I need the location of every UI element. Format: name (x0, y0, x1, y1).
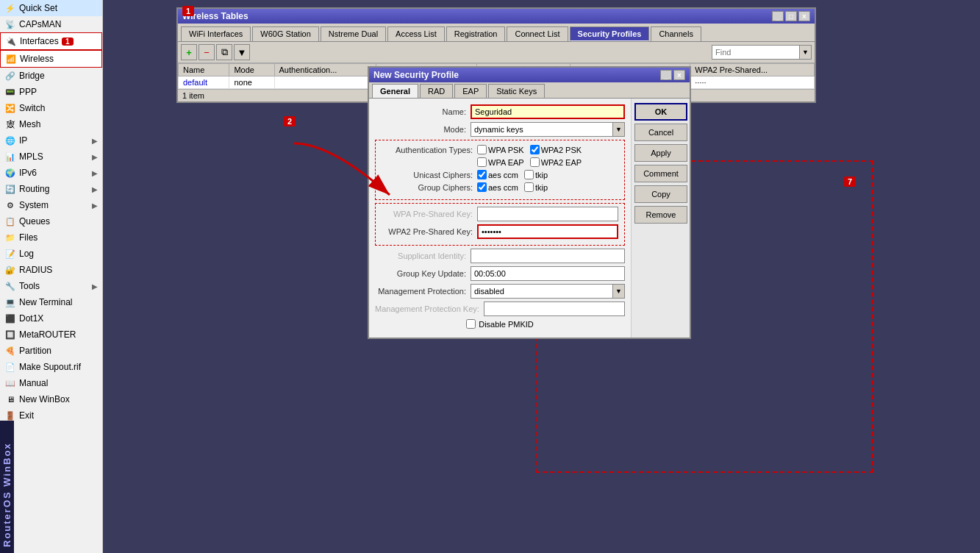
sidebar-item-capsman[interactable]: 📡 CAPsMAN (0, 16, 102, 32)
tab-security-profiles[interactable]: Security Profiles (570, 26, 650, 41)
tab-connect-list[interactable]: Connect List (507, 26, 568, 41)
mpls-icon: 📊 (4, 151, 16, 163)
sidebar-item-dot1x[interactable]: ⬛ Dot1X (0, 310, 102, 327)
terminal-icon: 💻 (4, 296, 16, 308)
ok-button[interactable]: OK (634, 103, 687, 121)
copy-action-button[interactable]: Copy (634, 185, 687, 203)
aes-ccm-group-checkbox[interactable] (477, 182, 487, 192)
search-input[interactable] (712, 45, 800, 60)
dialog-minimize[interactable]: _ (660, 70, 672, 80)
exit-icon: 🚪 (4, 410, 16, 421)
sidebar-item-routing[interactable]: 🔄 Routing ▶ (0, 181, 102, 197)
group-key-row: Group Key Update: (375, 266, 625, 281)
apply-button[interactable]: Apply (634, 144, 687, 162)
wpa-psk-checkbox[interactable] (477, 145, 487, 154)
sidebar-item-metarouter[interactable]: 🔲 MetaROUTER (0, 327, 102, 343)
sidebar-item-ip[interactable]: 🌐 IP ▶ (0, 132, 102, 149)
sidebar-item-ipv6[interactable]: 🌍 IPv6 ▶ (0, 165, 102, 181)
sidebar-item-switch[interactable]: 🔀 Switch (0, 100, 102, 116)
sidebar-item-mpls[interactable]: 📊 MPLS ▶ (0, 149, 102, 165)
sidebar-item-files[interactable]: 📁 Files (0, 229, 102, 246)
log-icon: 📝 (4, 248, 16, 260)
tkip-group-checkbox[interactable] (524, 182, 534, 192)
sidebar-item-mesh[interactable]: 🕸 Mesh (0, 116, 102, 132)
mgmt-protection-arrow[interactable]: ▼ (612, 285, 624, 298)
wpa2-preshared-input[interactable] (477, 224, 618, 239)
wpa2-psk-label: WPA2 PSK (541, 146, 582, 154)
filter-button[interactable]: ▼ (234, 44, 250, 60)
wpa-eap-checkbox[interactable] (477, 157, 487, 167)
pmkid-checkbox[interactable] (466, 319, 476, 329)
supplicant-input[interactable] (471, 249, 625, 263)
sidebar-item-exit[interactable]: 🚪 Exit (0, 407, 102, 424)
sidebar-item-wireless[interactable]: 📶 Wireless (0, 50, 102, 68)
sidebar-item-label: New Terminal (19, 297, 72, 307)
sidebar-item-label: Bridge (19, 71, 45, 81)
wpa2-psk-checkbox[interactable] (530, 145, 540, 154)
aes-ccm-unicast-option[interactable]: aes ccm (477, 170, 518, 179)
wpa2-eap-checkbox[interactable] (530, 157, 540, 167)
tkip-group-option[interactable]: tkip (524, 182, 548, 192)
sidebar-item-label: IPv6 (19, 168, 37, 178)
sidebar-item-new-winbox[interactable]: 🖥 New WinBox (0, 391, 102, 407)
ip-arrow: ▶ (92, 137, 98, 145)
group-checkboxes: aes ccm tkip (477, 182, 548, 192)
sidebar-item-bridge[interactable]: 🔗 Bridge (0, 68, 102, 84)
sidebar-item-make-supout[interactable]: 📄 Make Supout.rif (0, 359, 102, 375)
mode-select[interactable]: dynamic keys ▼ (471, 122, 625, 137)
aes-ccm-group-option[interactable]: aes ccm (477, 182, 518, 192)
tab-w60g-station[interactable]: W60G Station (252, 26, 318, 41)
sidebar-item-radius[interactable]: 🔐 RADIUS (0, 262, 102, 278)
tab-rad[interactable]: RAD (420, 84, 453, 98)
tkip-unicast-option[interactable]: tkip (524, 170, 548, 179)
remove-button[interactable]: Remove (634, 206, 687, 224)
tab-access-list[interactable]: Access List (387, 26, 445, 41)
tab-eap[interactable]: EAP (454, 84, 487, 98)
name-input[interactable] (471, 104, 625, 119)
manual-icon: 📖 (4, 377, 16, 389)
wpa-eap-option[interactable]: WPA EAP (477, 157, 524, 167)
supplicant-label: Supplicant Identity: (375, 251, 471, 260)
tab-channels[interactable]: Channels (651, 26, 701, 41)
remove-button[interactable]: − (198, 44, 215, 60)
mode-dropdown-arrow[interactable]: ▼ (612, 123, 624, 136)
tab-registration[interactable]: Registration (446, 26, 506, 41)
pmkid-option[interactable]: Disable PMKID (466, 319, 534, 329)
sidebar-item-queues[interactable]: 📋 Queues (0, 213, 102, 229)
mgmt-key-input[interactable] (484, 302, 625, 316)
cancel-button[interactable]: Cancel (634, 124, 687, 141)
sidebar-item-manual[interactable]: 📖 Manual (0, 375, 102, 391)
tab-general[interactable]: General (372, 84, 418, 98)
search-dropdown[interactable]: ▼ (800, 45, 812, 60)
close-button[interactable]: × (798, 11, 810, 21)
maximize-button[interactable]: □ (785, 11, 797, 21)
minimize-button[interactable]: _ (772, 11, 784, 21)
dialog-close[interactable]: × (673, 70, 685, 80)
tab-nstreme-dual[interactable]: Nstreme Dual (321, 26, 386, 41)
wpa-preshared-input[interactable] (477, 207, 618, 221)
tkip-unicast-checkbox[interactable] (524, 170, 534, 179)
sidebar-item-log[interactable]: 📝 Log (0, 246, 102, 262)
comment-button[interactable]: Comment (634, 165, 687, 182)
tab-wifi-interfaces[interactable]: WiFi Interfaces (181, 26, 251, 41)
tab-static-keys[interactable]: Static Keys (488, 84, 545, 98)
sidebar-item-interfaces[interactable]: 🔌 Interfaces 1 (0, 32, 102, 50)
auth-checkboxes: WPA PSK WPA2 PSK (477, 145, 582, 154)
wpa2-eap-option[interactable]: WPA2 EAP (530, 157, 582, 167)
interfaces-icon: 🔌 (5, 35, 17, 47)
sidebar-item-system[interactable]: ⚙ System ▶ (0, 197, 102, 213)
sidebar-item-quick-set[interactable]: ⚡ Quick Set (0, 0, 102, 16)
mgmt-key-label: Management Protection Key: (375, 304, 484, 313)
add-button[interactable]: + (181, 44, 197, 60)
wpa2-psk-option[interactable]: WPA2 PSK (530, 145, 582, 154)
wpa-psk-option[interactable]: WPA PSK (477, 145, 524, 154)
copy-button[interactable]: ⧉ (216, 44, 232, 60)
aes-ccm-unicast-checkbox[interactable] (477, 170, 487, 179)
sidebar-item-ppp[interactable]: 📟 PPP (0, 84, 102, 100)
sidebar-item-tools[interactable]: 🔧 Tools ▶ (0, 278, 102, 294)
mgmt-protection-select[interactable]: disabled ▼ (471, 284, 625, 299)
sidebar-item-partition[interactable]: 🍕 Partition (0, 343, 102, 359)
sidebar-item-new-terminal[interactable]: 💻 New Terminal (0, 294, 102, 310)
dialog-tabs: General RAD EAP Static Keys (369, 82, 690, 99)
group-key-input[interactable] (471, 266, 625, 281)
